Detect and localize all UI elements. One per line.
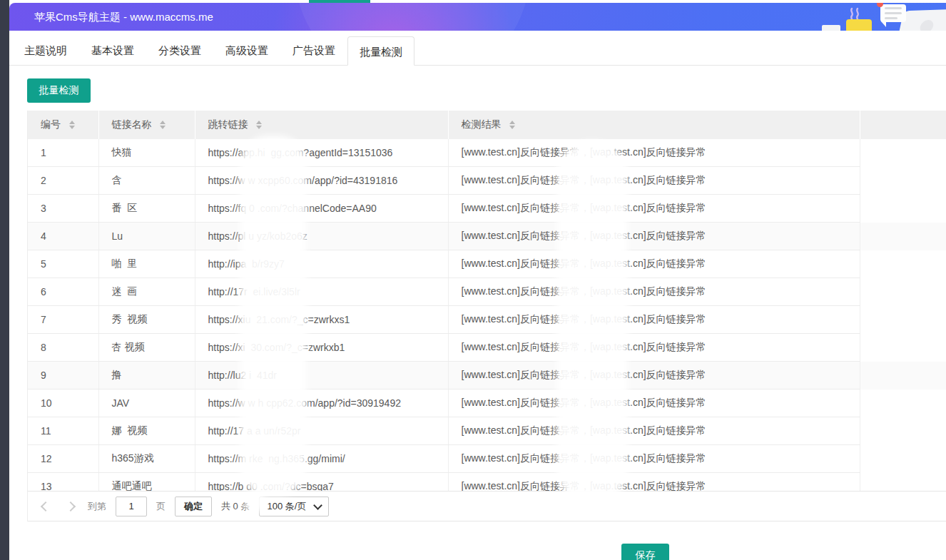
cell-jump-link: http://17r ei.live/3l5lr <box>195 278 448 306</box>
cell-number: 11 <box>28 417 98 445</box>
cell-extra <box>860 139 946 167</box>
speech-bubble-icon <box>880 4 906 22</box>
prev-page-button[interactable] <box>38 499 54 514</box>
cell-jump-link: https://pl u yz/kob2o6z <box>195 223 448 250</box>
table-panel: 编号 链接名称 跳转链接 检测结果 1 快猫 https://app.hi gg… <box>27 111 946 521</box>
sort-icon <box>256 121 262 129</box>
header-decor-circle <box>295 3 530 31</box>
next-page-button[interactable] <box>63 499 78 514</box>
column-header[interactable]: 检测结果 <box>448 111 860 139</box>
table-row: 9 撸 http://lu2 i 41dr [www.test.cn]反向链接异… <box>28 362 946 390</box>
cell-number: 3 <box>28 195 98 223</box>
total-count-label: 共 0 条 <box>221 500 250 513</box>
tab-label: 广告设置 <box>293 44 335 56</box>
page-title: 苹果Cms导航主题 - www.maccms.me <box>34 3 213 31</box>
cell-number: 7 <box>28 306 98 334</box>
cell-jump-link: http://17 a a un/r52pr <box>195 417 448 445</box>
tab-item[interactable]: 主题说明 <box>12 36 79 65</box>
cell-jump-link: https://app.hi gg.com?agentId=13151036 <box>195 139 448 167</box>
cell-extra <box>860 278 946 306</box>
column-header-label: 跳转链接 <box>208 118 248 131</box>
column-header[interactable]: 链接名称 <box>98 111 195 139</box>
sort-icon <box>160 121 166 129</box>
cell-number: 2 <box>28 167 98 195</box>
tab-item[interactable]: 批量检测 <box>347 36 414 66</box>
table-row: 13 通吧通吧 https://b d0 .com/?dc=bsga7 [www… <box>28 473 946 492</box>
cell-check-result: [www.test.cn]反向链接异常，[wap.test.cn]反向链接异常 <box>448 473 860 492</box>
cell-link-name: 娜 视频 <box>98 417 195 445</box>
cell-extra <box>860 167 946 195</box>
tab-label: 基本设置 <box>91 44 134 56</box>
cell-link-name: 迷 画 <box>98 278 195 306</box>
column-header[interactable]: 跳转链接 <box>195 111 448 139</box>
cell-jump-link: https://fq 0 .com/?channelCode=AA90 <box>195 195 448 223</box>
cell-jump-link: https://xiu 21.com/?_c=zwrkxs1 <box>195 306 448 334</box>
page-size-select[interactable]: 100 条/页 <box>259 497 329 516</box>
window-edge-backdrop <box>0 0 9 560</box>
cell-extra <box>860 362 946 390</box>
cell-check-result: [www.test.cn]反向链接异常，[wap.test.cn]反向链接异常 <box>448 195 860 223</box>
sort-icon <box>509 121 515 129</box>
cell-check-result: [www.test.cn]反向链接异常，[wap.test.cn]反向链接异常 <box>448 278 860 306</box>
cell-number: 5 <box>28 250 98 278</box>
sort-icon <box>69 121 75 129</box>
chevron-left-icon <box>41 501 51 511</box>
cell-check-result: [www.test.cn]反向链接异常，[wap.test.cn]反向链接异常 <box>448 167 860 195</box>
cell-number: 1 <box>28 139 98 167</box>
table-body: 1 快猫 https://app.hi gg.com?agentId=13151… <box>28 139 946 491</box>
tab-label: 分类设置 <box>158 44 201 56</box>
cell-extra <box>860 195 946 223</box>
cell-link-name: 啪 里 <box>98 250 195 278</box>
cell-check-result: [www.test.cn]反向链接异常，[wap.test.cn]反向链接异常 <box>448 390 860 417</box>
cell-link-name: 快猫 <box>98 139 195 167</box>
cell-check-result: [www.test.cn]反向链接异常，[wap.test.cn]反向链接异常 <box>448 334 860 362</box>
table-row: 12 h365游戏 https://m rke ng.h365.gg/mimi/… <box>28 445 946 473</box>
cell-extra <box>860 223 946 250</box>
tab-item[interactable]: 基本设置 <box>79 36 146 65</box>
batch-check-button[interactable]: 批量检测 <box>27 78 91 103</box>
cell-link-name: 番 区 <box>98 195 195 223</box>
book-icon <box>822 25 840 31</box>
cell-check-result: [www.test.cn]反向链接异常，[wap.test.cn]反向链接异常 <box>448 250 860 278</box>
cell-jump-link: https://w w h cpp62.com/app/?id=30919492 <box>195 390 448 417</box>
page-size-value: 100 条/页 <box>267 500 306 513</box>
cell-number: 8 <box>28 334 98 362</box>
cell-link-name: Lu <box>98 223 195 250</box>
cell-extra <box>860 417 946 445</box>
page-header: 苹果Cms导航主题 - www.maccms.me <box>9 3 946 31</box>
cell-extra <box>860 334 946 362</box>
table-header-row: 编号 链接名称 跳转链接 检测结果 <box>28 111 946 139</box>
table-row: 10 JAV https://w w h cpp62.com/app/?id=3… <box>28 390 946 417</box>
cell-check-result: [www.test.cn]反向链接异常，[wap.test.cn]反向链接异常 <box>448 445 860 473</box>
cell-check-result: [www.test.cn]反向链接异常，[wap.test.cn]反向链接异常 <box>448 139 860 167</box>
table-row: 3 番 区 https://fq 0 .com/?channelCode=AA9… <box>28 195 946 223</box>
cell-jump-link: http://ipa b/r9zy7 <box>195 250 448 278</box>
tab-item[interactable]: 分类设置 <box>146 36 213 65</box>
tab-item[interactable]: 高级设置 <box>213 36 280 65</box>
tab-item[interactable]: 广告设置 <box>280 36 347 65</box>
coffee-mug-icon <box>846 19 872 31</box>
cell-extra <box>860 306 946 334</box>
cell-link-name: 通吧通吧 <box>98 473 195 492</box>
confirm-page-button[interactable]: 确定 <box>175 497 212 516</box>
column-header-label: 检测结果 <box>462 118 502 131</box>
column-header-label: 链接名称 <box>112 118 152 131</box>
cell-jump-link: https://b d0 .com/?dc=bsga7 <box>195 473 448 492</box>
cell-link-name: 杏 视频 <box>98 334 195 362</box>
cell-number: 6 <box>28 278 98 306</box>
chevron-right-icon <box>66 501 76 511</box>
cell-extra <box>860 250 946 278</box>
column-header[interactable]: 编号 <box>28 111 98 139</box>
column-header[interactable] <box>860 111 946 139</box>
save-button[interactable]: 保存 <box>621 544 669 560</box>
speech-bubble-tail <box>881 21 886 27</box>
cell-number: 10 <box>28 390 98 417</box>
table-row: 11 娜 视频 http://17 a a un/r52pr [www.test… <box>28 417 946 445</box>
tab-label: 高级设置 <box>225 44 268 56</box>
page-number-input[interactable] <box>116 497 147 516</box>
table-row: 1 快猫 https://app.hi gg.com?agentId=13151… <box>28 139 946 167</box>
cell-jump-link: https://w w xcpp60.com/app/?id=43191816 <box>195 167 448 195</box>
cell-extra <box>860 473 946 492</box>
cell-link-name: h365游戏 <box>98 445 195 473</box>
cell-number: 9 <box>28 362 98 390</box>
